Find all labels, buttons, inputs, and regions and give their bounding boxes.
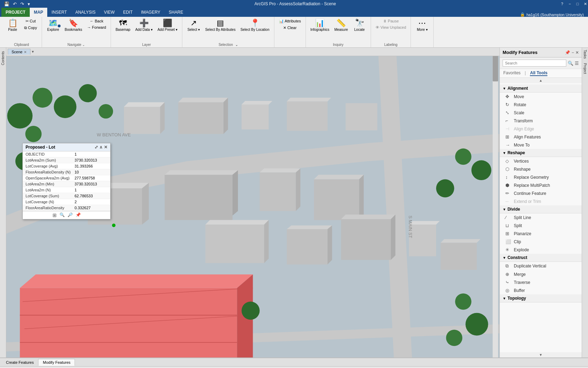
tool-move[interactable]: ✥ Move	[500, 93, 582, 101]
tab-favorites[interactable]: Favorites	[503, 70, 520, 76]
tab-project[interactable]: PROJECT	[1, 8, 30, 17]
popup-scroll[interactable]: OBJECTID 1 LotArea2m (Sum) 3730.320313 L…	[23, 151, 110, 211]
alignment-section-header[interactable]: ▼ Alignment	[500, 84, 582, 93]
create-features-tab[interactable]: Create Features	[1, 359, 38, 366]
tool-scale[interactable]: ⤡ Scale	[500, 109, 582, 117]
tool-buffer[interactable]: ◎ Buffer	[500, 286, 582, 294]
basemap-button[interactable]: 🗺 Basemap	[114, 18, 132, 33]
scene-canvas[interactable]: S MAIN ST W BENTON AVE Proposed - Lot ⤢ …	[6, 56, 499, 357]
select-button[interactable]: ↗ Select ▾	[185, 18, 202, 33]
tab-edit[interactable]: EDIT	[119, 8, 137, 17]
project-tab[interactable]: Project	[582, 61, 588, 76]
forward-button[interactable]: → Forward	[85, 25, 108, 30]
tool-replace-multipatch[interactable]: ⬢ Replace MultiPatch	[500, 181, 582, 189]
ribbon-tab-bar: PROJECT MAP INSERT ANALYSIS VIEW EDIT IM…	[0, 8, 588, 17]
modify-features-panel: Modify Features 📌 − ✕ 🔍 ☰ Favorites | Al…	[499, 48, 582, 357]
cut-button[interactable]: ✂ Cut	[22, 18, 39, 24]
tab-insert[interactable]: INSERT	[47, 8, 71, 17]
qat-redo[interactable]: ↷	[19, 1, 25, 7]
help-button[interactable]: ?	[559, 1, 565, 7]
bookmarks-button[interactable]: 🔖 Bookmarks	[63, 18, 84, 33]
qat-undo[interactable]: ↶	[12, 1, 18, 7]
tool-split-line[interactable]: ∕ Split Line	[500, 213, 582, 222]
explore-button[interactable]: 🗺️ Explore	[45, 18, 62, 33]
tool-transform[interactable]: ⌐ Transform	[500, 117, 582, 125]
tool-merge[interactable]: ⊕ Merge	[500, 270, 582, 278]
add-preset-button[interactable]: ⬛ Add Preset ▾	[156, 18, 179, 33]
continue-feature-icon: ✏	[505, 191, 512, 196]
tool-align-edge[interactable]: ⊣ Align Edge	[500, 125, 582, 133]
scene-tab-close[interactable]: ✕	[24, 50, 27, 54]
clear-button[interactable]: ✕ Clear	[277, 25, 303, 31]
tab-share[interactable]: SHARE	[164, 8, 187, 17]
paste-button[interactable]: 📋 Paste	[4, 18, 21, 33]
reshape-section-header[interactable]: ▼ Reshape	[500, 149, 582, 157]
tool-vertices[interactable]: ◇ Vertices	[500, 157, 582, 165]
popup-collapse-btn[interactable]: ∧	[99, 145, 103, 150]
scene-tab[interactable]: Scene ✕	[8, 49, 30, 55]
topology-section-header[interactable]: ▼ Topology	[500, 294, 582, 302]
tool-move-to[interactable]: → Move To	[500, 141, 582, 149]
selection-expand[interactable]: ⌄	[235, 43, 238, 47]
attributes-button[interactable]: 📊 Attributes	[277, 18, 303, 24]
construct-section-header[interactable]: ▼ Construct	[500, 254, 582, 262]
tool-continue-feature[interactable]: ✏ Continue Feature	[500, 189, 582, 197]
close-button[interactable]: ✕	[582, 1, 588, 7]
locate-button[interactable]: 🔭 Locate	[351, 18, 368, 33]
tool-planarize[interactable]: ⊞ Planarize	[500, 230, 582, 238]
svg-rect-46	[341, 219, 391, 260]
modify-features-tab[interactable]: Modify Features	[38, 359, 75, 366]
tool-split[interactable]: ⊔ Split	[500, 222, 582, 230]
tab-view[interactable]: VIEW	[100, 8, 119, 17]
tab-dropdown[interactable]: ▾	[32, 49, 34, 54]
search-icon[interactable]: 🔍	[568, 61, 573, 66]
tool-reshape[interactable]: ⬡ Reshape	[500, 165, 582, 173]
attributes-group: 📊 Attributes ✕ Clear	[274, 17, 306, 47]
minimize-button[interactable]: −	[567, 1, 573, 7]
qat-save[interactable]: 💾	[3, 1, 10, 7]
search-input[interactable]	[503, 60, 566, 67]
pause-button[interactable]: ⏸ Pause	[374, 18, 408, 24]
back-button[interactable]: ← Back	[85, 18, 108, 24]
copy-button[interactable]: ⧉ Copy	[22, 25, 39, 31]
tool-align-features[interactable]: ⊞ Align Features	[500, 133, 582, 141]
popup-expand-btn[interactable]: ⤢	[94, 145, 98, 150]
contents-tab[interactable]: Contents	[0, 49, 6, 67]
panel-close-btn[interactable]: ✕	[575, 50, 579, 55]
panel-list-icon[interactable]: ☰	[575, 61, 579, 66]
panel-content[interactable]: ▼ Alignment ✥ Move ↻ Rotate ⤡ Scale ⌐	[500, 83, 582, 352]
select-by-attr-button[interactable]: ▤ Select By Attributes	[203, 18, 237, 33]
popup-table-icon[interactable]: ⊞	[52, 212, 57, 218]
popup-zoom-icon[interactable]: 🔍	[59, 212, 65, 218]
topology-label: Topology	[507, 296, 526, 301]
popup-close-btn[interactable]: ✕	[104, 145, 107, 150]
tool-extend-trim[interactable]: ─ Extend or Trim	[500, 197, 582, 205]
tasks-tab[interactable]: Tasks	[582, 48, 588, 61]
panel-minimize-btn[interactable]: −	[572, 50, 574, 55]
view-unplaced-button[interactable]: 👁 View Unplaced	[374, 25, 408, 30]
maximize-button[interactable]: □	[575, 1, 580, 7]
tool-replace-geometry[interactable]: ↕ Replace Geometry	[500, 173, 582, 181]
tool-explode[interactable]: ✳ Explode	[500, 246, 582, 254]
panel-pin-btn[interactable]: 📌	[565, 50, 570, 55]
popup-pin-icon[interactable]: 📌	[76, 212, 81, 218]
tab-all-tools[interactable]: All Tools	[530, 70, 547, 76]
panel-scroll-up[interactable]: ▲	[500, 78, 582, 83]
tool-rotate[interactable]: ↻ Rotate	[500, 101, 582, 109]
qat-more[interactable]: ▾	[27, 1, 31, 7]
infographics-button[interactable]: 📊 Infographics	[309, 18, 331, 33]
select-by-loc-button[interactable]: 📍 Select By Location	[239, 18, 271, 33]
tool-duplicate-vertical[interactable]: ⧉ Duplicate Vertical	[500, 262, 582, 270]
tool-traverse[interactable]: ⤷ Traverse	[500, 278, 582, 286]
measure-button[interactable]: 📏 Measure	[332, 18, 350, 33]
add-data-button[interactable]: ➕ Add Data ▾	[133, 18, 154, 33]
panel-scroll-down[interactable]: ▼	[500, 352, 582, 357]
tab-map[interactable]: MAP	[30, 8, 48, 17]
more-button[interactable]: ⋯ More ▾	[414, 18, 430, 33]
tab-analysis[interactable]: ANALYSIS	[71, 8, 100, 17]
popup-search-icon[interactable]: 🔎	[68, 212, 73, 218]
tab-imagery[interactable]: IMAGERY	[137, 8, 164, 17]
tool-clip[interactable]: ⬜ Clip	[500, 238, 582, 246]
divide-section-header[interactable]: ▼ Divide	[500, 205, 582, 213]
attr-clear-group: 📊 Attributes ✕ Clear	[277, 18, 303, 31]
